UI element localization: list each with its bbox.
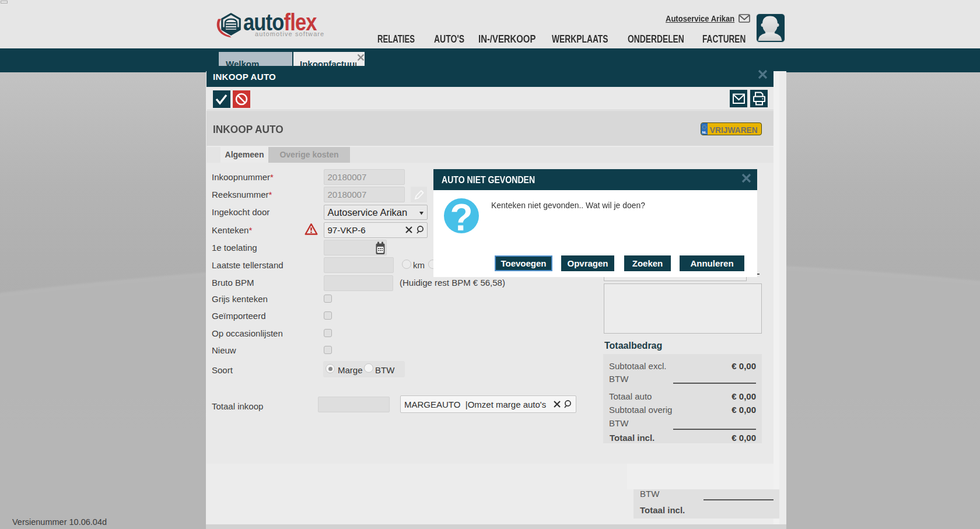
svg-text:NL: NL (702, 131, 707, 134)
svg-text:automotive software: automotive software (255, 30, 324, 37)
